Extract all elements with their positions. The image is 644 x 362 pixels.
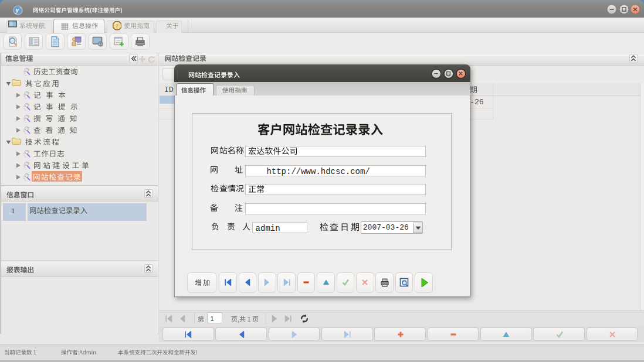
svg-text:?: ?: [115, 23, 118, 29]
svg-text:y: y: [14, 6, 19, 14]
